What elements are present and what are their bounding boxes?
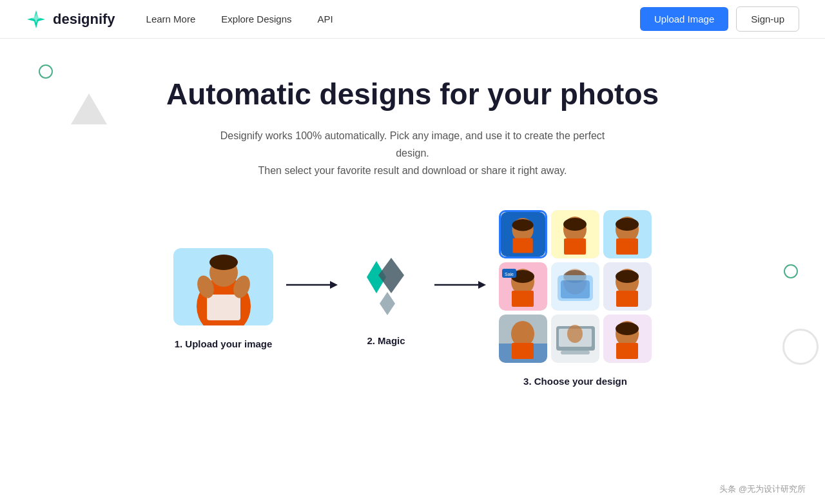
hero-subtitle: Designify works 100% automatically. Pick… (206, 127, 619, 180)
svg-rect-23 (564, 238, 586, 255)
design-grid: Sale (499, 210, 652, 363)
person-illustration (173, 248, 273, 325)
logo-icon (26, 9, 46, 30)
svg-text:Sale: Sale (505, 272, 514, 276)
svg-marker-15 (478, 281, 486, 289)
step-magic-label: 2. Magic (367, 335, 405, 346)
svg-rect-55 (616, 343, 638, 359)
design-thumb-3[interactable] (603, 210, 652, 258)
step-magic: 2. Magic (351, 251, 422, 346)
svg-rect-38 (561, 280, 590, 298)
thumb-svg-5 (551, 262, 599, 311)
logo-text: designify (53, 11, 115, 28)
nav-left: designify Learn More Explore Designs API (26, 9, 333, 30)
deco-triangle (71, 93, 107, 124)
svg-point-26 (616, 218, 639, 231)
design-thumb-7[interactable] (499, 315, 547, 363)
svg-marker-13 (380, 292, 395, 315)
svg-rect-4 (207, 295, 240, 320)
design-thumb-4[interactable]: Sale (499, 262, 547, 311)
deco-circle-large-right (782, 329, 819, 365)
svg-marker-1 (31, 13, 41, 23)
magic-sparkle-icon (354, 255, 418, 319)
svg-marker-12 (378, 258, 404, 293)
step-upload: 1. Upload your image (173, 248, 273, 349)
svg-rect-27 (616, 238, 638, 255)
nav-links: Learn More Explore Designs API (146, 14, 333, 24)
magic-icon-wrapper (351, 251, 422, 322)
thumb-svg-2 (551, 210, 599, 258)
hero-title: Automatic designs for your photos (166, 77, 659, 111)
design-thumb-2[interactable] (551, 210, 599, 258)
svg-point-54 (616, 322, 639, 335)
thumb-svg-7 (499, 315, 547, 363)
deco-circle-right (784, 264, 798, 278)
signup-button[interactable]: Sign-up (736, 6, 799, 32)
steps-row: 1. Upload your image 2. Magic (58, 210, 767, 387)
thumb-svg-1 (501, 212, 545, 257)
design-thumb-8[interactable] (551, 315, 599, 363)
svg-rect-51 (561, 351, 590, 354)
design-thumb-1[interactable] (499, 210, 547, 258)
step-choose-label: 3. Choose your design (523, 376, 627, 387)
design-thumb-5[interactable] (551, 262, 599, 311)
nav-link-explore-designs[interactable]: Explore Designs (221, 14, 291, 24)
navbar: designify Learn More Explore Designs API… (0, 0, 825, 39)
thumb-svg-6 (603, 262, 652, 311)
design-thumb-6[interactable] (603, 262, 652, 311)
arrow-icon-2 (434, 277, 486, 293)
arrow-icon-1 (286, 277, 338, 293)
svg-rect-42 (616, 291, 638, 307)
nav-link-api[interactable]: API (318, 14, 333, 24)
upload-image-preview (173, 248, 273, 325)
svg-point-6 (209, 255, 238, 270)
logo[interactable]: designify (26, 9, 115, 30)
thumb-svg-9 (603, 315, 652, 363)
svg-rect-19 (512, 238, 532, 253)
thumb-svg-8 (551, 315, 599, 363)
upload-image-button[interactable]: Upload Image (640, 7, 728, 31)
arrow-1 (286, 277, 338, 320)
svg-point-50 (567, 325, 583, 343)
deco-circle-top-left (39, 64, 53, 79)
svg-rect-31 (512, 291, 534, 307)
nav-link-learn-more[interactable]: Learn More (146, 14, 196, 24)
thumb-svg-3 (603, 210, 652, 258)
nav-right: Upload Image Sign-up (640, 6, 799, 32)
main-content: Automatic designs for your photos Design… (0, 39, 825, 503)
watermark: 头条 @无为设计研究所 (719, 483, 806, 495)
design-thumb-9[interactable] (603, 315, 652, 363)
step-upload-label: 1. Upload your image (175, 338, 273, 349)
arrow-2 (434, 277, 486, 320)
svg-point-18 (512, 219, 533, 231)
svg-point-41 (616, 270, 639, 283)
thumb-svg-4: Sale (499, 262, 547, 311)
svg-marker-10 (330, 281, 338, 289)
svg-point-22 (563, 218, 587, 231)
step-choose: Sale (499, 210, 652, 387)
svg-rect-46 (512, 343, 534, 359)
